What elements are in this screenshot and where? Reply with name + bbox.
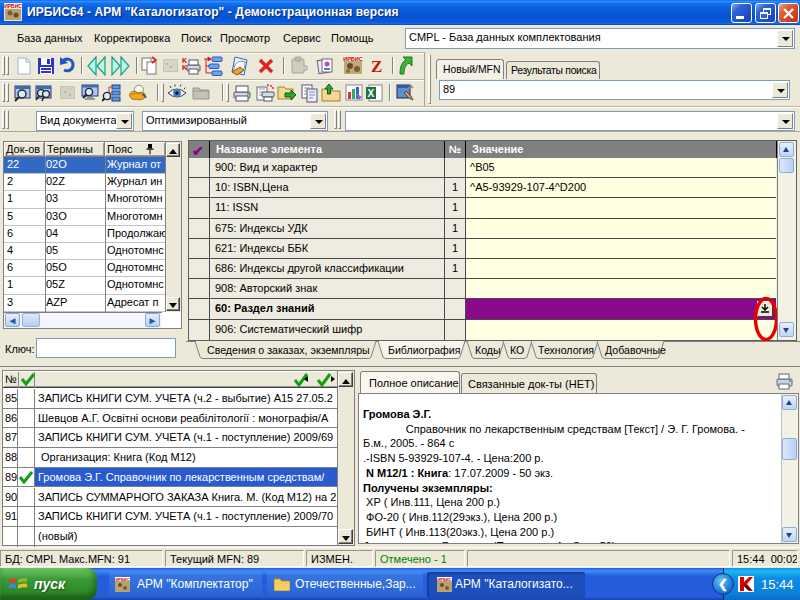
svg-text:Добавочные: Добавочные [605,344,666,356]
svg-text:ИРБИС: ИРБИС [4,3,22,9]
svg-text:Коды: Коды [475,344,501,356]
svg-text:ИРБИС: ИРБИС [437,577,451,582]
svg-text:X: X [368,88,375,99]
svg-text:ИРБИС: ИРБИС [115,577,129,582]
svg-text:КО: КО [510,344,524,356]
svg-text:Сведения о заказах, экземпляры: Сведения о заказах, экземпляры [207,344,370,356]
svg-text:K: K [182,57,187,64]
svg-text:ИРБИС: ИРБИС [343,56,363,62]
svg-text:K: K [182,64,187,71]
svg-text:Z: Z [371,57,382,76]
svg-text:Технология: Технология [538,344,594,356]
svg-text:Библиография: Библиография [388,344,460,356]
